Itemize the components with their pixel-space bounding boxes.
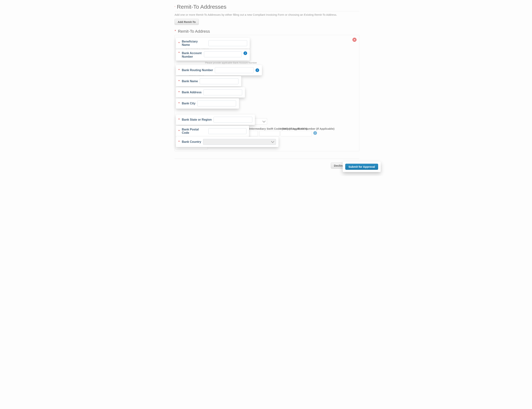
bank-postal-input[interactable] bbox=[208, 128, 247, 134]
required-indicator-icon: * bbox=[178, 118, 180, 121]
required-indicator-icon: * bbox=[178, 69, 180, 72]
bank-city-label: Bank City bbox=[182, 102, 195, 105]
bank-address-input[interactable] bbox=[203, 89, 242, 95]
required-indicator-icon: * bbox=[178, 130, 180, 133]
bank-city-field: * Bank City bbox=[176, 98, 239, 109]
info-icon[interactable]: i bbox=[313, 131, 317, 135]
bank-country-select[interactable] bbox=[203, 139, 276, 145]
bank-routing-number-field: * Bank Routing Number i bbox=[176, 65, 262, 75]
bg-box bbox=[259, 131, 280, 136]
bank-state-label: Bank State or Region bbox=[182, 118, 212, 121]
remove-remit-to-button[interactable] bbox=[352, 38, 357, 42]
submit-card: Submit for Approval bbox=[343, 161, 381, 172]
beneficiary-name-input[interactable] bbox=[208, 40, 247, 46]
bank-address-field: * Bank Address bbox=[176, 87, 245, 98]
bg-select-dropdown bbox=[254, 118, 267, 124]
bank-state-field: * Bank State or Region bbox=[176, 114, 255, 125]
bank-name-field: * Bank Name bbox=[176, 76, 241, 86]
section-title: Remit-To Addresses bbox=[177, 4, 226, 10]
close-icon bbox=[354, 39, 355, 41]
bank-country-label: Bank Country bbox=[182, 140, 201, 144]
bank-country-field: * Bank Country bbox=[176, 137, 279, 147]
bank-account-number-help: Please provide applicable Bank Account N… bbox=[205, 61, 257, 64]
bank-name-input[interactable] bbox=[200, 78, 238, 84]
required-indicator-icon: * bbox=[178, 91, 180, 94]
required-indicator-icon: * bbox=[174, 6, 175, 8]
bank-routing-number-label: Bank Routing Number bbox=[182, 69, 213, 72]
submit-for-approval-button[interactable]: Submit for Approval bbox=[345, 164, 378, 170]
chevron-down-icon bbox=[263, 120, 266, 123]
bank-account-number-input[interactable] bbox=[204, 51, 242, 57]
required-indicator-icon: * bbox=[174, 29, 176, 33]
section-helptext: Add one or more Remit-To Addresses by ei… bbox=[174, 13, 359, 16]
bg-intermediary-iban-label: Intermediary IBAN Number (If Applicable) bbox=[280, 127, 335, 130]
bank-account-number-field: * Bank Account Number i bbox=[176, 49, 250, 61]
bank-state-input[interactable] bbox=[213, 117, 252, 123]
form-footer: Decline Sa bbox=[174, 159, 359, 169]
bank-postal-label: Bank Postal Code bbox=[182, 128, 206, 134]
remit-to-panel: Beneficiary Name Bank Name Intermediary … bbox=[174, 35, 359, 151]
required-indicator-icon: * bbox=[178, 51, 180, 55]
bank-routing-number-input[interactable] bbox=[215, 67, 254, 73]
add-remit-to-button[interactable]: Add Remit-To bbox=[174, 19, 199, 25]
required-indicator-icon: * bbox=[178, 140, 180, 144]
bank-account-number-label: Bank Account Number bbox=[182, 51, 202, 58]
required-indicator-icon: * bbox=[178, 80, 180, 83]
info-icon[interactable]: i bbox=[243, 51, 247, 55]
bank-city-input[interactable] bbox=[197, 101, 236, 106]
bank-name-label: Bank Name bbox=[182, 80, 198, 83]
beneficiary-name-label: Beneficiary Name bbox=[182, 40, 207, 46]
bank-postal-field: * Bank Postal Code bbox=[176, 126, 249, 137]
required-indicator-icon: * bbox=[178, 42, 180, 45]
required-indicator-icon: * bbox=[178, 102, 180, 105]
bank-address-label: Bank Address bbox=[182, 91, 202, 94]
remit-to-address-heading: Remit-To Address bbox=[178, 29, 210, 34]
bg-box bbox=[280, 131, 312, 136]
beneficiary-name-field: * Beneficiary Name bbox=[176, 38, 250, 49]
info-icon[interactable]: i bbox=[256, 68, 259, 72]
